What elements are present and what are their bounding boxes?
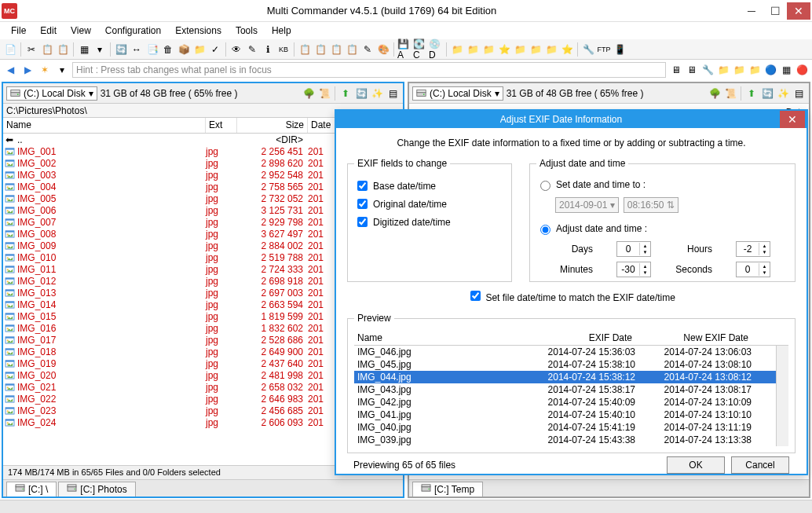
menu-extensions[interactable]: Extensions xyxy=(169,24,228,38)
new-icon[interactable]: 📄 xyxy=(3,42,17,57)
pcol-exif[interactable]: EXIF Date xyxy=(525,331,635,345)
view-icon[interactable]: 👁 xyxy=(229,42,243,57)
clip2-icon[interactable]: 📋 xyxy=(329,42,343,57)
preview-row[interactable]: IMG_045.jpg2014-07-24 15:38:102014-07-24… xyxy=(354,358,788,371)
nav-hist-icon[interactable]: ✶ xyxy=(38,63,52,77)
set-time-input[interactable]: 08:16:50 ⇅ xyxy=(624,197,678,213)
preview-row[interactable]: IMG_043.jpg2014-07-24 15:38:172014-07-24… xyxy=(354,383,788,396)
tool1-icon[interactable]: 🔧 xyxy=(581,42,595,57)
preview-scrollbar[interactable] xyxy=(776,346,788,446)
fav4-icon[interactable]: ⭐ xyxy=(497,42,511,57)
copy2-icon[interactable]: 📋 xyxy=(298,42,312,57)
cb-digitized[interactable] xyxy=(357,217,368,227)
panel-tab[interactable]: [C:] Temp xyxy=(412,482,483,497)
delete-icon[interactable]: 🗑 xyxy=(161,42,175,57)
preview-row[interactable]: IMG_042.jpg2014-07-24 15:40:092014-07-24… xyxy=(354,396,788,409)
rb-adjust[interactable] xyxy=(540,225,550,235)
refresh-icon[interactable]: 🔄 xyxy=(114,42,128,57)
panel-tab[interactable]: [C:] \ xyxy=(6,482,57,497)
nr3-icon[interactable]: 🔧 xyxy=(700,63,715,77)
drive-a-icon[interactable]: 💾A xyxy=(397,42,411,57)
nr4-icon[interactable]: 📁 xyxy=(716,63,730,77)
nr5-icon[interactable]: 📁 xyxy=(732,63,746,77)
dialog-close-button[interactable]: ✕ xyxy=(780,111,805,128)
edit-icon[interactable]: ✎ xyxy=(245,42,259,57)
ftp-icon[interactable]: FTP xyxy=(597,42,611,57)
maximize-button[interactable]: ☐ xyxy=(763,2,787,20)
verify-icon[interactable]: ✓ xyxy=(208,42,222,57)
cancel-button[interactable]: Cancel xyxy=(731,456,789,474)
copy-file-icon[interactable]: 📑 xyxy=(145,42,159,57)
nav-back-icon[interactable]: ◀ xyxy=(3,63,17,77)
col-ext[interactable]: Ext xyxy=(206,118,237,133)
preview-row[interactable]: IMG_046.jpg2014-07-24 15:36:032014-07-24… xyxy=(354,346,788,358)
fav3-icon[interactable]: 📁 xyxy=(481,42,496,57)
up-icon[interactable]: ⬆ xyxy=(338,86,353,101)
cb-match-filedate[interactable] xyxy=(470,291,481,301)
cb-base[interactable] xyxy=(357,181,368,191)
transfer-icon[interactable]: ↔ xyxy=(130,42,144,57)
set-date-input[interactable]: 2014-09-01 ▾ xyxy=(555,197,619,213)
up-icon-r[interactable]: ⬆ xyxy=(744,86,759,101)
spin-hours[interactable]: ▲▼ xyxy=(736,241,770,257)
tree-icon[interactable]: 🌳 xyxy=(302,86,316,101)
fav7-icon[interactable]: 📁 xyxy=(544,42,558,57)
menu-configuration[interactable]: Configuration xyxy=(99,24,167,38)
col-name[interactable]: Name xyxy=(3,118,206,133)
clip-icon[interactable]: 📋 xyxy=(313,42,327,57)
copy-icon[interactable]: 📋 xyxy=(40,42,54,57)
wand-icon-r[interactable]: ✨ xyxy=(776,86,790,101)
menu-edit[interactable]: Edit xyxy=(34,24,63,38)
paste-icon[interactable]: 📋 xyxy=(56,42,70,57)
prop-icon[interactable]: ℹ xyxy=(261,42,275,57)
dropdown-icon[interactable]: ▾ xyxy=(93,42,107,57)
spin-seconds[interactable]: ▲▼ xyxy=(736,262,770,277)
nr7-icon[interactable]: 🔵 xyxy=(763,63,777,77)
refresh2-icon[interactable]: 🔄 xyxy=(354,86,368,101)
nr9-icon[interactable]: 🔴 xyxy=(795,63,809,77)
props-icon[interactable]: ▤ xyxy=(386,86,400,101)
preview-row[interactable]: IMG_039.jpg2014-07-24 15:43:382014-07-24… xyxy=(354,434,788,446)
preview-list[interactable]: IMG_046.jpg2014-07-24 15:36:032014-07-24… xyxy=(354,346,788,446)
spin-minutes[interactable]: ▲▼ xyxy=(616,262,651,277)
select-icon[interactable]: ▦ xyxy=(77,42,91,57)
spin-days[interactable]: ▲▼ xyxy=(616,241,651,257)
close-button[interactable]: ✕ xyxy=(787,2,810,20)
hist2-icon[interactable]: 📜 xyxy=(317,86,331,101)
drive-d-icon[interactable]: 💿D xyxy=(429,42,443,57)
cb-original[interactable] xyxy=(357,199,368,209)
menu-help[interactable]: Help xyxy=(265,24,298,38)
ok-button[interactable]: OK xyxy=(667,456,725,474)
drive-selector-r[interactable]: (C:) Local Disk ▾ xyxy=(412,86,503,101)
command-line[interactable]: Hint : Press tab changes what panel is i… xyxy=(72,62,666,78)
panel-tab[interactable]: [C:] Photos xyxy=(58,482,135,497)
nr1-icon[interactable]: 🖥 xyxy=(669,63,683,77)
minimize-button[interactable]: ─ xyxy=(740,2,763,20)
fav5-icon[interactable]: 📁 xyxy=(513,42,527,57)
preview-row[interactable]: IMG_044.jpg2014-07-24 15:38:122014-07-24… xyxy=(354,371,788,383)
tool3-icon[interactable]: 📱 xyxy=(613,42,627,57)
cut-icon[interactable]: ✂ xyxy=(24,42,38,57)
fav6-icon[interactable]: 📁 xyxy=(529,42,543,57)
menu-view[interactable]: View xyxy=(64,24,97,38)
col-size[interactable]: Size xyxy=(237,118,308,133)
fav2-icon[interactable]: 📁 xyxy=(466,42,480,57)
color-icon[interactable]: 🎨 xyxy=(376,42,390,57)
nr8-icon[interactable]: ▦ xyxy=(779,63,793,77)
drive-c-icon[interactable]: 💽C xyxy=(413,42,427,57)
fav1-icon[interactable]: 📁 xyxy=(450,42,464,57)
preview-row[interactable]: IMG_041.jpg2014-07-24 15:40:102014-07-24… xyxy=(354,409,788,421)
preview-row[interactable]: IMG_040.jpg2014-07-24 15:41:192014-07-24… xyxy=(354,421,788,434)
clip3-icon[interactable]: 📋 xyxy=(345,42,359,57)
refresh-icon-r[interactable]: 🔄 xyxy=(760,86,774,101)
nr6-icon[interactable]: 📁 xyxy=(748,63,762,77)
folder-icon[interactable]: 📁 xyxy=(192,42,207,57)
rename-icon[interactable]: ✎ xyxy=(360,42,375,57)
hist-icon-r[interactable]: 📜 xyxy=(723,86,737,101)
wand-icon[interactable]: ✨ xyxy=(370,86,384,101)
menu-tools[interactable]: Tools xyxy=(229,24,264,38)
pcol-newexif[interactable]: New EXIF Date xyxy=(635,331,752,345)
nav-fwd-icon[interactable]: ▶ xyxy=(20,63,35,77)
props-icon-r[interactable]: ▤ xyxy=(792,86,806,101)
nr2-icon[interactable]: 🖥 xyxy=(685,63,699,77)
